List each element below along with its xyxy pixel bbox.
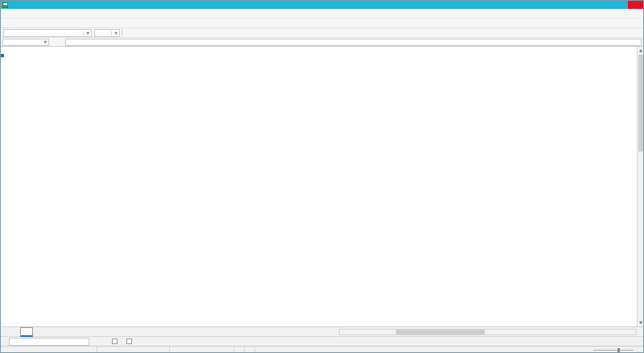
minimize-button[interactable] xyxy=(597,1,613,9)
close-button[interactable] xyxy=(628,1,643,9)
spreadsheet-area: ▲ ▼ xyxy=(1,47,643,326)
sheet-tab-original[interactable] xyxy=(9,327,20,337)
language-status[interactable] xyxy=(170,347,234,353)
sheet-count-status[interactable] xyxy=(1,347,97,353)
formatted-display-checkbox[interactable] xyxy=(109,338,123,344)
font-name-combo[interactable]: ▼ xyxy=(3,29,92,37)
sheet-tab-2023-04-21[interactable] xyxy=(20,327,33,337)
page-style-status[interactable] xyxy=(97,347,170,353)
horizontal-scroll-thumb[interactable] xyxy=(396,330,485,334)
scroll-down-icon[interactable]: ▼ xyxy=(638,319,643,326)
match-case-checkbox[interactable] xyxy=(123,338,138,344)
chevron-down-icon: ▼ xyxy=(83,31,89,35)
column-headers xyxy=(1,47,643,54)
status-bar xyxy=(1,346,643,353)
app-window: ▼ ▼ ▼ ▲ ▼ xyxy=(0,0,644,353)
menu-bar xyxy=(1,9,643,19)
find-toolbar xyxy=(1,336,643,346)
maximize-button[interactable] xyxy=(613,1,628,9)
checkbox-icon xyxy=(126,338,132,344)
selection-mode-icon[interactable] xyxy=(245,347,255,353)
horizontal-scrollbar[interactable] xyxy=(339,329,637,335)
name-box[interactable]: ▼ xyxy=(2,39,49,46)
title-bar xyxy=(1,1,643,9)
standard-toolbar xyxy=(1,19,643,28)
chevron-down-icon: ▼ xyxy=(111,31,118,35)
scroll-up-icon[interactable]: ▲ xyxy=(638,47,643,54)
calc-document-icon xyxy=(2,2,8,8)
find-input[interactable] xyxy=(9,338,89,346)
modified-status-icon[interactable] xyxy=(234,347,245,353)
formula-bar: ▼ xyxy=(1,38,643,47)
sheet-tab-bar xyxy=(1,326,643,336)
vertical-scroll-thumb[interactable] xyxy=(638,55,643,152)
formatting-toolbar: ▼ ▼ xyxy=(1,28,643,38)
checkbox-icon xyxy=(112,338,118,344)
zoom-slider[interactable] xyxy=(617,348,620,352)
font-size-combo[interactable]: ▼ xyxy=(94,29,120,37)
formula-input[interactable] xyxy=(65,39,642,46)
vertical-scrollbar[interactable]: ▲ ▼ xyxy=(637,47,643,326)
sum-average-status[interactable] xyxy=(255,347,376,353)
zoom-control xyxy=(591,350,643,351)
selected-cell-outline xyxy=(1,54,4,57)
chevron-down-icon: ▼ xyxy=(43,39,47,44)
